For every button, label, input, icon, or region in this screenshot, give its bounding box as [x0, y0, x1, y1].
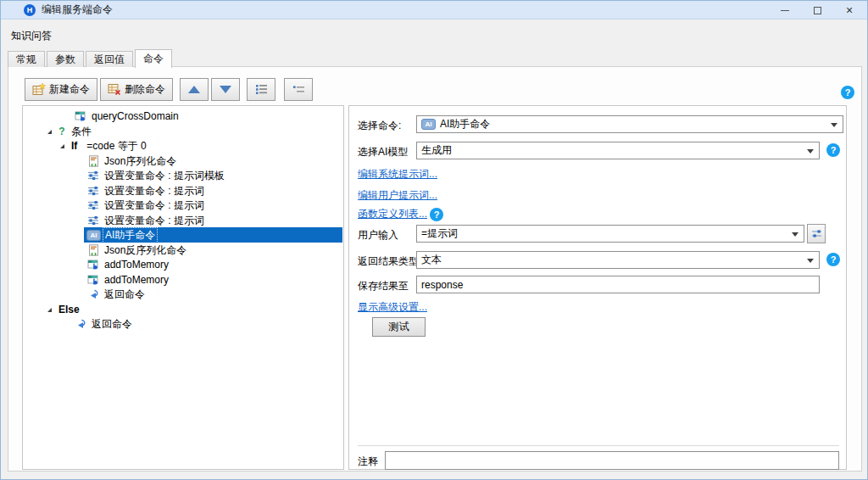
return-type-label: 返回结果类型	[358, 254, 419, 269]
page-help-icon[interactable]: ?	[841, 86, 854, 99]
tree-item-if[interactable]: If =code 等于 0	[24, 138, 342, 153]
expander-icon[interactable]	[47, 130, 52, 134]
expand-all-button[interactable]	[247, 78, 275, 101]
variable-icon	[86, 215, 100, 226]
return-icon	[74, 318, 87, 330]
variable-picker-button[interactable]	[807, 224, 826, 243]
tab-commands[interactable]: 命令	[135, 49, 172, 68]
tree-item-add-to-memory[interactable]: addToMemory	[24, 272, 342, 287]
toolbar: 新建命令 删除命令	[25, 77, 313, 101]
tab-return-value[interactable]: 返回值	[86, 51, 133, 67]
save-result-label: 保存结果至	[358, 279, 409, 293]
tree-item-json-deserialize[interactable]: Json反序列化命令	[24, 243, 342, 258]
collapse-all-button[interactable]	[284, 78, 313, 101]
tab-bar: 常规 参数 返回值 命令	[8, 48, 174, 67]
tree-item-else[interactable]: Else	[24, 302, 342, 317]
select-command-value: AI助手命令	[440, 117, 490, 131]
tree-item-return[interactable]: 返回命令	[24, 316, 342, 332]
return-icon	[86, 288, 100, 300]
chevron-down-icon	[807, 149, 814, 153]
model-help-icon[interactable]: ?	[826, 143, 840, 157]
question-icon: ?	[57, 126, 67, 137]
test-button[interactable]: 测试	[372, 317, 426, 337]
db-command-icon	[74, 110, 87, 122]
sliders-icon	[810, 228, 823, 240]
tree-item-condition[interactable]: ? 条件	[24, 124, 342, 139]
save-result-input[interactable]	[416, 276, 820, 293]
if-condition-text: =code 等于 0	[85, 139, 147, 153]
db-command-icon	[86, 274, 100, 286]
command-properties-panel: 选择命令: AI AI助手命令 选择AI模型 生成用 ? 编辑系统提示词... …	[348, 105, 847, 470]
variable-icon	[86, 199, 100, 211]
tab-parameters[interactable]: 参数	[47, 51, 84, 67]
command-name-label: 知识问答	[11, 29, 52, 43]
comment-label: 注释	[358, 455, 378, 469]
json-deserialize-icon	[86, 244, 100, 256]
up-arrow-icon	[188, 86, 200, 93]
tree-item-return[interactable]: 返回命令	[24, 287, 342, 302]
return-type-dropdown[interactable]: 文本	[416, 251, 820, 269]
minimize-icon	[781, 10, 789, 11]
return-type-value: 文本	[421, 253, 442, 267]
tree-item-set-variable[interactable]: 设置变量命令 : 提示词	[24, 183, 342, 198]
chevron-down-icon	[807, 259, 814, 263]
function-list-link[interactable]: 函数定义列表...	[358, 207, 427, 221]
user-input-dropdown[interactable]: =提示词	[416, 225, 804, 243]
maximize-button[interactable]	[801, 1, 833, 20]
move-up-button[interactable]	[180, 78, 209, 101]
tree-item-set-variable[interactable]: 设置变量命令 : 提示词	[24, 198, 342, 213]
delete-command-label: 删除命令	[125, 82, 165, 97]
titlebar: H 编辑服务端命令 ×	[1, 1, 867, 20]
edit-system-prompt-link[interactable]: 编辑系统提示词...	[358, 167, 437, 181]
app-icon: H	[24, 4, 36, 16]
delete-command-button[interactable]: 删除命令	[100, 78, 173, 101]
close-icon: ×	[846, 4, 853, 16]
function-list-row: 函数定义列表... ?	[358, 207, 443, 221]
new-command-icon	[32, 83, 46, 95]
tree-item-add-to-memory[interactable]: addToMemory	[24, 257, 342, 272]
select-model-value: 生成用	[421, 143, 452, 158]
function-list-help-icon[interactable]: ?	[430, 208, 443, 221]
tree-item-ai-assistant[interactable]: AI AI助手命令	[24, 227, 342, 243]
new-command-label: 新建命令	[49, 82, 90, 97]
select-model-dropdown[interactable]: 生成用	[416, 142, 820, 159]
new-command-button[interactable]: 新建命令	[25, 78, 97, 101]
comment-divider	[358, 445, 839, 446]
ai-icon: AI	[421, 119, 436, 130]
variable-icon	[86, 170, 100, 181]
tree-item-query-cross-domain[interactable]: queryCrossDomain	[24, 109, 342, 124]
json-serialize-icon	[86, 155, 100, 167]
user-input-value: =提示词	[421, 226, 458, 241]
down-arrow-icon	[220, 86, 231, 93]
tree-item-set-variable[interactable]: 设置变量命令 : 提示词模板	[24, 168, 342, 183]
close-button[interactable]: ×	[833, 1, 865, 20]
select-command-label: 选择命令:	[358, 119, 401, 133]
chevron-down-icon	[792, 232, 798, 237]
window-controls: ×	[769, 1, 865, 20]
expander-icon[interactable]	[60, 144, 64, 148]
ai-icon: AI	[86, 230, 101, 241]
collapse-all-icon	[292, 83, 305, 95]
move-down-button[interactable]	[211, 78, 240, 101]
return-type-help-icon[interactable]: ?	[826, 253, 840, 266]
db-command-icon	[86, 259, 100, 271]
edit-user-prompt-link[interactable]: 编辑用户提示词...	[358, 188, 437, 203]
maximize-icon	[814, 7, 821, 14]
expand-all-icon	[254, 83, 268, 95]
variable-icon	[86, 185, 100, 197]
tab-general[interactable]: 常规	[8, 51, 45, 67]
advanced-settings-link[interactable]: 显示高级设置...	[358, 300, 427, 315]
tree-item-json-serialize[interactable]: Json序列化命令	[24, 153, 342, 169]
chevron-down-icon	[831, 123, 837, 127]
expander-icon[interactable]	[47, 308, 52, 312]
command-tree: queryCrossDomain ? 条件 If =code 等于 0	[22, 105, 344, 470]
user-input-label: 用户输入	[358, 228, 398, 243]
select-model-label: 选择AI模型	[358, 145, 408, 159]
minimize-button[interactable]	[769, 1, 801, 20]
comment-input[interactable]	[385, 451, 839, 470]
window-title: 编辑服务端命令	[42, 3, 113, 17]
select-command-dropdown[interactable]: AI AI助手命令	[416, 115, 843, 133]
dialog-edit-server-command: H 编辑服务端命令 × 知识问答 常规 参数 返回值 命令	[0, 0, 868, 480]
delete-command-icon	[108, 83, 121, 95]
tree-item-set-variable[interactable]: 设置变量命令 : 提示词	[24, 213, 342, 228]
